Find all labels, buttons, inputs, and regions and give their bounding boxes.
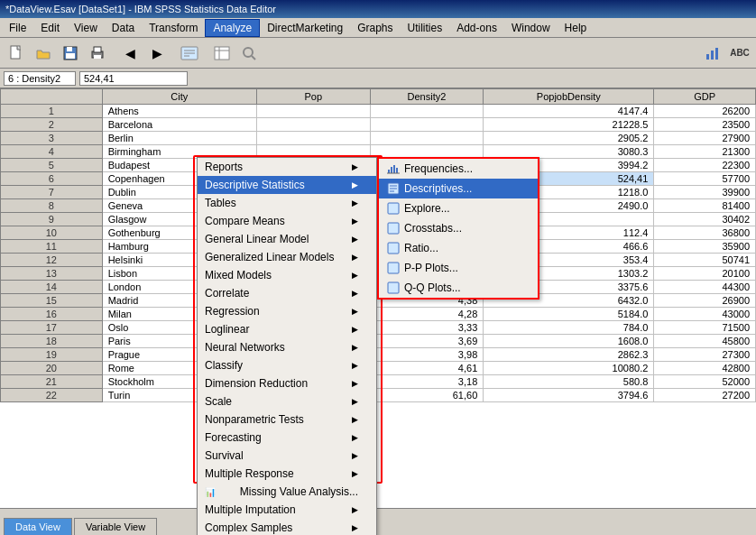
cell-city[interactable]: Rome — [102, 362, 256, 375]
table-row[interactable]: 20Rome4,6110080.242800 — [1, 362, 756, 375]
cell-popjobdensity[interactable] — [484, 213, 654, 226]
col-header-pop[interactable]: Pop — [256, 89, 370, 105]
cell-pop[interactable] — [256, 375, 370, 389]
cell-popjobdensity[interactable]: 21228.5 — [484, 118, 654, 132]
cell-gdp[interactable]: 57700 — [654, 172, 756, 186]
cell-density2[interactable]: 3,98 — [370, 348, 484, 362]
cell-gdp[interactable]: 43000 — [654, 308, 756, 321]
menu-data[interactable]: Data — [105, 20, 142, 36]
vars-btn[interactable] — [209, 42, 235, 65]
cell-gdp[interactable]: 27900 — [654, 132, 756, 145]
table-row[interactable]: 7Dublin3,551218.039900 — [1, 186, 756, 199]
cell-gdp[interactable]: 44300 — [654, 281, 756, 294]
cell-city[interactable]: Turin — [102, 389, 256, 402]
cell-gdp[interactable]: 26900 — [654, 294, 756, 308]
cell-pop[interactable] — [256, 172, 370, 186]
save-btn[interactable] — [58, 42, 83, 65]
cell-city[interactable]: Copenhagen — [102, 172, 256, 186]
cell-city[interactable]: Helsinki — [102, 254, 256, 267]
cell-gdp[interactable]: 26200 — [654, 105, 756, 118]
table-row[interactable]: 19Prague3,982862.327300 — [1, 348, 756, 362]
cell-density2[interactable] — [370, 132, 484, 145]
cell-city[interactable]: London — [102, 281, 256, 294]
table-row[interactable]: 13Lisbon3,591303.220100 — [1, 267, 756, 281]
col-header-popjobdensity[interactable]: PopjobDensity — [484, 89, 654, 105]
cell-city[interactable]: Birmingham — [102, 145, 256, 159]
cell-gdp[interactable]: 23500 — [654, 118, 756, 132]
cell-popjobdensity[interactable]: 2862.3 — [484, 348, 654, 362]
cell-gdp[interactable]: 30402 — [654, 213, 756, 226]
cell-city[interactable]: Paris — [102, 335, 256, 348]
table-row[interactable]: 10Gothenburg2,36112.436800 — [1, 226, 756, 240]
cell-city[interactable]: Athens — [102, 105, 256, 118]
table-row[interactable]: 16Milan4,285184.043000 — [1, 308, 756, 321]
table-row[interactable]: 22Turin151500061,603794.627200 — [1, 389, 756, 402]
menu-view[interactable]: View — [67, 20, 105, 36]
menu-utilities[interactable]: Utilities — [401, 20, 450, 36]
print-btn[interactable] — [85, 42, 110, 65]
tab-dataview[interactable]: Data View — [4, 518, 72, 535]
cell-density2[interactable]: 4,61 — [370, 362, 484, 375]
table-row[interactable]: 1Athens4147.426200 — [1, 105, 756, 118]
cell-pop[interactable] — [256, 132, 370, 145]
table-row[interactable]: 5Budapest4,153994.222300 — [1, 159, 756, 172]
cell-pop[interactable] — [256, 145, 370, 159]
table-row[interactable]: 4Birmingham3080.321300 — [1, 145, 756, 159]
table-row[interactable]: 2Barcelona21228.523500 — [1, 118, 756, 132]
cell-pop[interactable] — [256, 254, 370, 267]
cell-gdp[interactable]: 27200 — [654, 389, 756, 402]
menu-addons[interactable]: Add-ons — [449, 20, 504, 36]
cell-density2[interactable]: 3,55 — [370, 186, 484, 199]
cell-city[interactable]: Stockholm — [102, 375, 256, 389]
cell-gdp[interactable]: 21300 — [654, 145, 756, 159]
cell-gdp[interactable]: 39900 — [654, 186, 756, 199]
table-row[interactable]: 11Hamburg3,07466.635900 — [1, 240, 756, 254]
cell-popjobdensity[interactable]: 580.8 — [484, 375, 654, 389]
cell-city[interactable]: Glasgow — [102, 213, 256, 226]
cell-popjobdensity[interactable]: 784.0 — [484, 321, 654, 335]
goto-btn[interactable] — [177, 42, 202, 65]
cell-pop[interactable] — [256, 335, 370, 348]
fwd-btn[interactable]: ▶ — [144, 42, 170, 65]
cell-pop[interactable] — [256, 118, 370, 132]
cell-city[interactable]: Milan — [102, 308, 256, 321]
col-header-density2[interactable]: Density2 — [370, 89, 484, 105]
cell-density2[interactable]: 3,91 — [370, 199, 484, 213]
cell-pop[interactable]: 1515000 — [256, 389, 370, 402]
cell-popjobdensity[interactable]: 3080.3 — [484, 145, 654, 159]
table-row[interactable]: 12Helsinki2,93353.450741 — [1, 254, 756, 267]
cell-density2[interactable] — [370, 118, 484, 132]
cell-density2[interactable]: 3,33 — [370, 321, 484, 335]
cell-gdp[interactable]: 27300 — [654, 348, 756, 362]
cell-pop[interactable] — [256, 321, 370, 335]
cell-gdp[interactable]: 35900 — [654, 240, 756, 254]
cell-popjobdensity[interactable]: 1303.2 — [484, 267, 654, 281]
cell-gdp[interactable]: 81400 — [654, 199, 756, 213]
cell-gdp[interactable]: 42800 — [654, 362, 756, 375]
cell-density2[interactable]: 4,06 — [370, 281, 484, 294]
menu-window[interactable]: Window — [504, 20, 558, 36]
cell-density2[interactable]: 2,93 — [370, 254, 484, 267]
table-row[interactable]: 9Glasgow30402 — [1, 213, 756, 226]
cell-popjobdensity[interactable]: 353.4 — [484, 254, 654, 267]
cell-gdp[interactable]: 22300 — [654, 159, 756, 172]
abc-btn[interactable]: ABC — [727, 42, 752, 65]
cell-density2[interactable] — [370, 145, 484, 159]
table-row[interactable]: 3Berlin2905.227900 — [1, 132, 756, 145]
cell-city[interactable]: Dublin — [102, 186, 256, 199]
find-btn[interactable] — [236, 42, 262, 65]
cell-pop[interactable] — [256, 348, 370, 362]
cell-popjobdensity[interactable]: 2905.2 — [484, 132, 654, 145]
cell-gdp[interactable]: 52000 — [654, 375, 756, 389]
cell-gdp[interactable]: 50741 — [654, 254, 756, 267]
menu-file[interactable]: File — [2, 20, 33, 36]
chart-btn[interactable] — [700, 42, 725, 65]
table-row[interactable]: 18Paris3,691608.045800 — [1, 335, 756, 348]
cell-density2[interactable]: 3,18 — [370, 375, 484, 389]
cell-density2[interactable]: 4,15 — [370, 159, 484, 172]
table-row[interactable]: 17Oslo3,33784.071500 — [1, 321, 756, 335]
cell-pop[interactable] — [256, 240, 370, 254]
cell-popjobdensity[interactable]: 466.6 — [484, 240, 654, 254]
cell-city[interactable]: Gothenburg — [102, 226, 256, 240]
menu-directmarketing[interactable]: DirectMarketing — [260, 20, 350, 36]
